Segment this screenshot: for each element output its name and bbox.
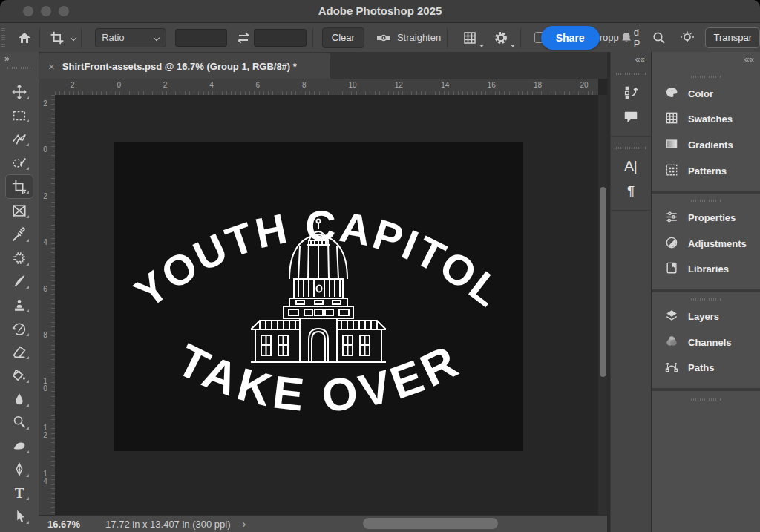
lasso-tool[interactable] (6, 127, 33, 151)
collapse-strip-icon[interactable]: «« (635, 54, 645, 65)
panel-item-channels[interactable]: Channels (652, 329, 760, 355)
status-expand-icon[interactable]: › (243, 518, 246, 530)
rectangular-marquee-tool[interactable] (6, 104, 33, 128)
crop-tool-options-icon[interactable] (48, 29, 66, 47)
frame-tool[interactable] (6, 199, 33, 223)
ruler-origin-corner[interactable] (39, 79, 56, 96)
panel-item-properties[interactable]: Properties (652, 205, 760, 231)
options-bar: Ratio Clear Straighten Share r (0, 23, 760, 53)
clear-button[interactable]: Clear (322, 27, 364, 48)
swap-dimensions-icon[interactable] (235, 29, 252, 47)
crop-width-field[interactable] (175, 29, 228, 47)
vertical-scrollbar-thumb[interactable] (600, 187, 606, 377)
straighten-icon (375, 29, 393, 47)
blur-tool[interactable] (6, 387, 33, 411)
gradients-icon (664, 137, 679, 154)
comments-icon[interactable] (611, 105, 651, 130)
separator (39, 27, 40, 48)
panel-item-patterns[interactable]: Patterns (652, 158, 760, 184)
panel-item-color[interactable]: Color (652, 81, 760, 107)
right-dock: «« A|¶ «« ColorSwatchesGradientsPatterns… (607, 52, 760, 532)
share-button[interactable]: Share (541, 26, 600, 50)
h-ruler-label: 10 (348, 81, 356, 89)
document-window: × ShirtFront-assets.psd @ 16.7% (Group 1… (39, 52, 608, 532)
object-selection-tool[interactable] (6, 151, 33, 174)
expand-tools-icon[interactable]: » (4, 53, 8, 64)
tool-preset-chevron-icon[interactable] (71, 35, 75, 41)
crop-settings-gear-icon[interactable] (492, 29, 510, 47)
horizontal-scrollbar-thumb[interactable] (363, 518, 498, 529)
patterns-icon (664, 162, 679, 180)
panel-item-label: Adjustments (688, 238, 747, 249)
eraser-tool[interactable] (6, 341, 33, 364)
separator (81, 27, 82, 48)
collapse-dock-icon[interactable]: «« (744, 54, 754, 65)
notifications-bell-icon[interactable] (618, 29, 635, 47)
panel-item-gradients[interactable]: Gradients (652, 132, 760, 158)
panel-strip-grip[interactable] (616, 147, 646, 149)
libraries-icon (664, 260, 679, 278)
panel-item-paths[interactable]: Paths (652, 355, 760, 381)
chevron-down-icon (154, 35, 160, 41)
paint-bucket-tool[interactable] (6, 364, 33, 387)
panel-item-swatches[interactable]: Swatches (652, 107, 760, 133)
panel-item-adjustments[interactable]: Adjustments (652, 231, 760, 257)
document-tab-title: ShirtFront-assets.psd @ 16.7% (Group 1, … (62, 61, 297, 72)
healing-brush-tool[interactable] (6, 246, 33, 270)
panel-group-grip[interactable] (691, 298, 721, 301)
tools-panel-grip[interactable] (7, 67, 31, 69)
v-ruler-label: 2 (42, 193, 49, 200)
straighten-button[interactable]: Straighten (375, 29, 441, 47)
brush-tool[interactable] (6, 270, 33, 294)
h-ruler-label: 2 (163, 81, 168, 89)
history-icon[interactable] (611, 79, 651, 105)
fill-transparency-select[interactable]: Transpar (705, 27, 760, 48)
h-ruler-label: 16 (488, 81, 496, 89)
dodge-tool[interactable] (6, 411, 33, 435)
panel-item-label: Libraries (688, 263, 729, 275)
canvas[interactable]: YOUTH CAPITOL TAKE OVER (114, 142, 523, 451)
home-icon[interactable] (16, 29, 33, 47)
panel-strip-grip[interactable] (616, 73, 646, 75)
aspect-ratio-select[interactable]: Ratio (95, 28, 166, 47)
eyedropper-tool[interactable] (6, 223, 33, 246)
h-ruler-label: 12 (395, 81, 403, 89)
crop-overlay-grid-icon[interactable] (461, 29, 479, 47)
panel-group-grip[interactable] (691, 398, 721, 401)
history-brush-tool[interactable] (6, 317, 33, 341)
title-bar: Adobe Photoshop 2025 (0, 0, 760, 23)
shirt-artwork: YOUTH CAPITOL TAKE OVER (114, 142, 523, 451)
properties-icon (664, 209, 679, 226)
character-icon[interactable]: A| (611, 154, 651, 179)
clone-stamp-tool[interactable] (6, 293, 33, 317)
panel-group-grip[interactable] (691, 200, 721, 202)
paragraph-icon[interactable]: ¶ (611, 179, 651, 204)
move-tool[interactable] (6, 80, 33, 104)
zoom-level-field[interactable]: 16.67% (48, 519, 80, 530)
window-title: Adobe Photoshop 2025 (0, 4, 760, 17)
discover-lightbulb-icon[interactable] (678, 29, 696, 47)
crop-tool[interactable] (5, 174, 33, 200)
v-ruler-label: 1 2 (42, 424, 49, 439)
smudge-tool[interactable] (6, 434, 33, 458)
canvas-pasteboard[interactable]: YOUTH CAPITOL TAKE OVER (55, 95, 598, 516)
v-ruler-label: 2 (42, 100, 49, 108)
panel-item-layers[interactable]: Layers (652, 303, 760, 329)
vertical-ruler[interactable]: 2024681 01 21 41 6 (39, 95, 56, 516)
panel-group-grip[interactable] (691, 76, 721, 78)
document-tab[interactable]: × ShirtFront-assets.psd @ 16.7% (Group 1… (39, 53, 330, 79)
h-ruler-label: 4 (209, 81, 214, 89)
type-tool[interactable]: T (6, 482, 33, 505)
close-tab-icon[interactable]: × (48, 60, 55, 73)
pen-tool[interactable] (6, 458, 33, 482)
crop-height-field[interactable] (254, 29, 307, 47)
channels-icon (664, 334, 679, 351)
options-bar-grip[interactable] (1, 28, 5, 47)
document-size-readout: 17.72 in x 13.407 in (300 ppi) (105, 519, 230, 530)
path-selection-tool[interactable] (6, 505, 33, 528)
v-ruler-label: 1 4 (42, 470, 49, 485)
tools-panel: » T (0, 52, 39, 532)
search-icon[interactable] (650, 29, 668, 47)
panel-item-libraries[interactable]: Libraries (652, 257, 760, 283)
horizontal-ruler[interactable]: 202468101214161820 (55, 79, 598, 96)
